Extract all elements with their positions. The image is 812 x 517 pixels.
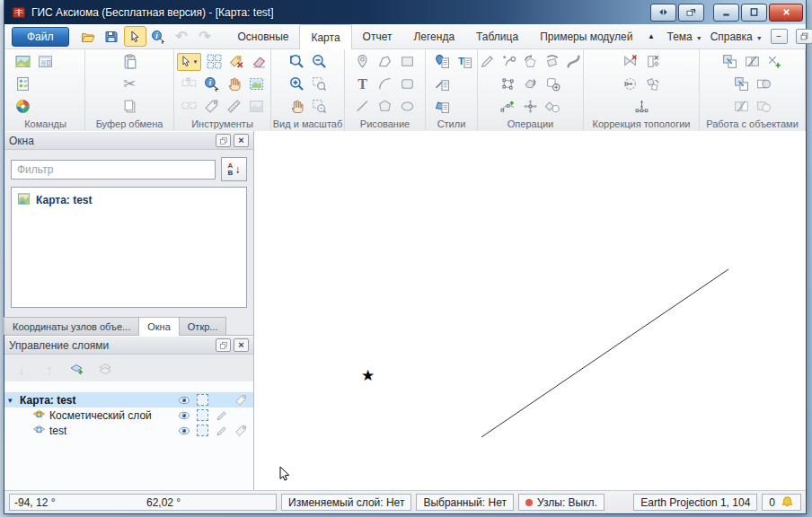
open-folder-icon[interactable] (77, 26, 100, 47)
point-style-icon[interactable] (433, 53, 451, 71)
pencil-icon[interactable] (212, 425, 231, 437)
deselect-icon[interactable] (180, 75, 198, 93)
difference-icon[interactable] (744, 53, 762, 71)
rectangle-icon[interactable] (399, 53, 417, 71)
undo-icon[interactable]: ↶ (171, 26, 193, 47)
report-icon[interactable] (13, 75, 31, 93)
tag-icon[interactable] (231, 425, 250, 437)
merge-objects-icon[interactable] (721, 53, 739, 71)
region-style-icon[interactable] (433, 98, 451, 116)
dock-tab[interactable]: Координаты узлов объе... (4, 317, 139, 335)
windows-panel-close-button[interactable]: × (234, 134, 249, 147)
smooth-line-icon[interactable] (565, 53, 582, 71)
info-select-icon[interactable]: i (147, 26, 170, 47)
zoom-region-icon[interactable] (310, 75, 328, 93)
windows-panel-float-button[interactable] (216, 134, 231, 147)
map-star-object[interactable]: ★ (361, 368, 375, 383)
select-region-icon[interactable] (180, 98, 198, 116)
erase-part-icon[interactable] (755, 98, 772, 116)
move-down-icon[interactable]: ↓ (13, 361, 31, 377)
trim-object-icon[interactable] (644, 53, 662, 71)
tag-icon[interactable] (231, 394, 250, 407)
reshape-polygon-icon[interactable] (499, 75, 517, 93)
eye-icon[interactable] (174, 409, 193, 422)
selbox-icon[interactable] (193, 425, 212, 437)
pan-hand-icon[interactable] (287, 98, 305, 116)
arc-icon[interactable] (376, 75, 394, 93)
help-menu[interactable]: Справка ▼ (710, 31, 763, 43)
flip-polygon-icon[interactable] (522, 75, 540, 93)
layers-panel-close-button[interactable]: × (234, 338, 249, 352)
info-select-icon[interactable]: i (202, 75, 220, 93)
maximize-button[interactable] (741, 4, 767, 22)
select-image-icon[interactable] (247, 75, 265, 93)
rounded-rect-icon[interactable] (399, 75, 417, 93)
zoom-out-icon[interactable] (310, 53, 328, 71)
ellipse-icon[interactable] (399, 98, 417, 116)
remove-crossing-icon[interactable] (622, 53, 640, 71)
color-wheel-icon[interactable] (13, 98, 31, 116)
paste-icon[interactable] (120, 53, 138, 71)
line-style-icon[interactable] (433, 75, 451, 93)
mdi-minimize-button[interactable]: − (771, 29, 788, 44)
layer-row[interactable]: Косметический слой (4, 407, 253, 423)
zoom-in-icon[interactable] (287, 75, 305, 93)
map-view[interactable]: ★ (254, 131, 806, 490)
status-projection[interactable]: Earth Projection 1, 104 (633, 494, 757, 511)
selbox-icon[interactable] (193, 409, 212, 422)
copy-icon[interactable] (120, 98, 138, 116)
rotate-node-icon[interactable] (644, 75, 662, 93)
titlebar[interactable]: ГИС Аксиома (Бесплатная версия) - [Карта… (4, 0, 806, 24)
detach-button[interactable] (678, 4, 704, 22)
close-button[interactable] (769, 4, 803, 22)
save-icon[interactable] (101, 26, 123, 47)
attach-node-icon[interactable] (500, 53, 517, 71)
edit-pencil-icon[interactable] (479, 53, 496, 71)
status-notifications[interactable]: 0 (762, 494, 801, 511)
window-list-icon[interactable] (36, 53, 54, 71)
split-shape-icon[interactable] (544, 98, 562, 116)
map-line-object[interactable] (481, 269, 728, 437)
sort-alphabetical-button[interactable]: АВ↓ (221, 157, 247, 181)
ribbon-tab[interactable]: Легенда (402, 24, 465, 48)
layer-row[interactable]: test (4, 423, 253, 438)
redo-icon[interactable]: ↷ (194, 26, 216, 47)
add-layer-icon[interactable] (68, 361, 86, 377)
ribbon-tab[interactable]: Примеры модулей (529, 24, 643, 48)
ribbon-collapse-button[interactable]: ▲ (643, 30, 658, 43)
select-cursor-icon[interactable] (124, 26, 146, 47)
ruler-icon[interactable] (225, 98, 243, 116)
add-node-icon[interactable] (499, 98, 517, 116)
ribbon-tab[interactable]: Таблица (465, 24, 529, 48)
layer-row[interactable]: ▾Карта: test (4, 392, 253, 407)
pencil-icon[interactable] (212, 409, 231, 422)
split-area-icon[interactable] (732, 98, 750, 116)
intersect-icon[interactable] (755, 75, 772, 93)
rotate-left-icon[interactable] (522, 53, 539, 71)
cut-icon[interactable]: ✂ (120, 75, 138, 93)
line-icon[interactable] (354, 98, 372, 116)
add-point-icon[interactable] (766, 53, 784, 71)
rotate-shape-icon[interactable] (543, 53, 560, 71)
text-style-icon[interactable]: T (455, 53, 473, 71)
tag-icon[interactable] (202, 98, 220, 116)
layers-panel-float-button[interactable] (216, 338, 231, 352)
zoom-window-icon[interactable] (287, 53, 305, 71)
eye-icon[interactable] (174, 394, 193, 407)
layer-settings-icon[interactable] (96, 361, 114, 377)
select-multi-icon[interactable] (206, 53, 224, 71)
dock-tab[interactable]: Откр... (179, 317, 227, 335)
expander-icon[interactable]: ▾ (8, 396, 20, 405)
align-nodes-icon[interactable] (632, 98, 650, 116)
windows-list-item[interactable]: Карта: test (14, 190, 243, 210)
dock-tab[interactable]: Окна (138, 317, 180, 336)
ribbon-tab[interactable]: Отчет (352, 24, 403, 48)
eye-icon[interactable] (174, 425, 193, 437)
polyline-icon[interactable] (376, 53, 394, 71)
ribbon-tab[interactable]: Основные (227, 24, 300, 48)
tag-remove-icon[interactable] (228, 53, 246, 71)
touch-icon[interactable] (225, 75, 243, 93)
minimize-button[interactable] (713, 4, 739, 22)
polygon-icon[interactable] (376, 98, 394, 116)
text-icon[interactable]: T (354, 75, 372, 93)
